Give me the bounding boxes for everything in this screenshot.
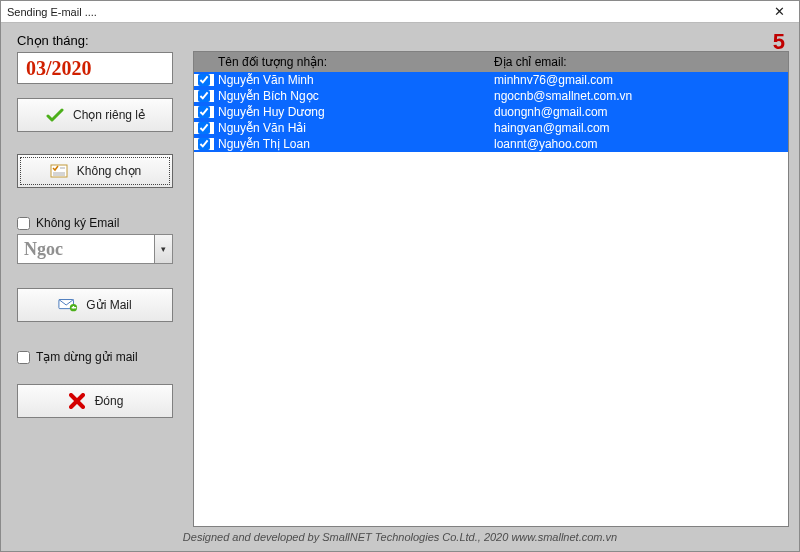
table-row[interactable]: Nguyễn Văn Hảihaingvan@gmail.com (194, 120, 788, 136)
month-value: 03/2020 (26, 57, 92, 80)
check-icon (45, 107, 65, 123)
row-name: Nguyễn Văn Minh (214, 73, 492, 87)
pause-label: Tạm dừng gửi mail (36, 350, 138, 364)
row-checkbox[interactable] (198, 138, 210, 150)
no-sign-label: Không ký Email (36, 216, 119, 230)
table-row[interactable]: Nguyễn Bích Ngọcngocnb@smallnet.com.vn (194, 88, 788, 104)
pause-checkbox[interactable] (17, 351, 30, 364)
table-row[interactable]: Nguyễn Huy Dươngduongnh@gmail.com (194, 104, 788, 120)
send-mail-button[interactable]: Gửi Mail (17, 288, 173, 322)
list-body[interactable]: Nguyễn Văn Minhminhnv76@gmail.comNguyễn … (194, 72, 788, 526)
no-sign-checkbox-row[interactable]: Không ký Email (17, 216, 173, 230)
month-field[interactable]: 03/2020 (17, 52, 173, 84)
chevron-down-icon[interactable]: ▾ (155, 234, 173, 264)
row-email: haingvan@gmail.com (492, 121, 788, 135)
row-name: Nguyễn Bích Ngọc (214, 89, 492, 103)
row-check-cell (194, 90, 214, 102)
content-area: 5 Chọn tháng: 03/2020 Chọn riêng lẻ (1, 23, 799, 551)
close-label: Đóng (95, 394, 124, 408)
titlebar: Sending E-mail .... ✕ (1, 1, 799, 23)
list-header: Tên đối tượng nhận: Địa chỉ email: (194, 52, 788, 72)
row-email: ngocnb@smallnet.com.vn (492, 89, 788, 103)
checklist-icon (49, 163, 69, 179)
close-button[interactable]: Đóng (17, 384, 173, 418)
row-name: Nguyễn Huy Dương (214, 105, 492, 119)
window-root: Sending E-mail .... ✕ 5 Chọn tháng: 03/2… (0, 0, 800, 552)
row-email: minhnv76@gmail.com (492, 73, 788, 87)
unselect-label: Không chọn (77, 164, 141, 178)
counter-number: 5 (773, 29, 785, 55)
signer-value: Ngoc (17, 234, 155, 264)
row-checkbox[interactable] (198, 90, 210, 102)
left-panel: Chọn tháng: 03/2020 Chọn riêng lẻ (11, 33, 179, 527)
row-check-cell (194, 106, 214, 118)
send-mail-label: Gửi Mail (86, 298, 131, 312)
select-some-button[interactable]: Chọn riêng lẻ (17, 98, 173, 132)
mail-send-icon (58, 297, 78, 313)
row-check-cell (194, 138, 214, 150)
row-checkbox[interactable] (198, 74, 210, 86)
row-name: Nguyễn Thị Loan (214, 137, 492, 151)
pause-checkbox-row[interactable]: Tạm dừng gửi mail (17, 350, 173, 364)
close-icon: ✕ (774, 4, 785, 19)
select-some-label: Chọn riêng lẻ (73, 108, 145, 122)
row-email: duongnh@gmail.com (492, 105, 788, 119)
table-row[interactable]: Nguyễn Văn Minhminhnv76@gmail.com (194, 72, 788, 88)
footer-text: Designed and developed by SmallNET Techn… (11, 527, 789, 545)
header-email: Địa chỉ email: (492, 55, 788, 69)
main-row: Chọn tháng: 03/2020 Chọn riêng lẻ (11, 33, 789, 527)
row-name: Nguyễn Văn Hải (214, 121, 492, 135)
table-row[interactable]: Nguyễn Thị Loanloannt@yahoo.com (194, 136, 788, 152)
unselect-button[interactable]: Không chọn (17, 154, 173, 188)
window-title: Sending E-mail .... (7, 6, 97, 18)
recipients-list: Tên đối tượng nhận: Địa chỉ email: Nguyễ… (193, 51, 789, 527)
row-check-cell (194, 122, 214, 134)
signer-combo[interactable]: Ngoc ▾ (17, 234, 173, 264)
window-close-button[interactable]: ✕ (763, 3, 795, 21)
row-check-cell (194, 74, 214, 86)
cross-icon (67, 393, 87, 409)
row-checkbox[interactable] (198, 122, 210, 134)
header-name: Tên đối tượng nhận: (214, 55, 492, 69)
month-label: Chọn tháng: (11, 33, 179, 48)
row-checkbox[interactable] (198, 106, 210, 118)
row-email: loannt@yahoo.com (492, 137, 788, 151)
right-panel: Tên đối tượng nhận: Địa chỉ email: Nguyễ… (193, 51, 789, 527)
no-sign-checkbox[interactable] (17, 217, 30, 230)
